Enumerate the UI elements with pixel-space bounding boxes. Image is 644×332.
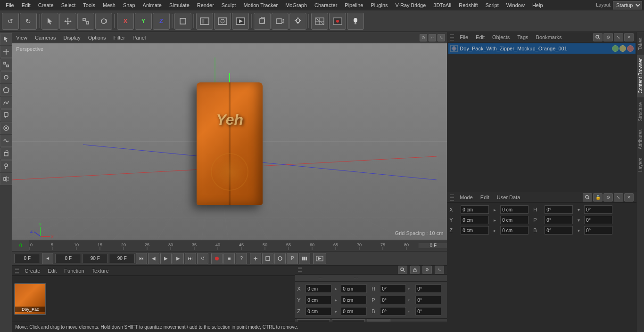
move-tool-button[interactable] [0, 46, 12, 58]
viewport-corner-btn-1[interactable]: ⊙ [420, 34, 427, 41]
tab-structure[interactable]: Structure [637, 98, 644, 125]
object-type-button[interactable] [174, 13, 191, 30]
polygon-tool-button[interactable] [0, 84, 12, 96]
material-function-btn[interactable]: Function [62, 267, 86, 274]
menu-render[interactable]: Render [193, 1, 218, 9]
rotate-mode-button[interactable] [95, 13, 112, 30]
deform-tool-button[interactable] [0, 135, 12, 147]
object-row-doypack[interactable]: Doy_Pack_With_Zipper_Mockup_Orange_001 [448, 43, 636, 54]
coord-z-rot[interactable] [341, 307, 367, 316]
playback-tool-4[interactable]: P [287, 253, 298, 264]
mirror-tool-button[interactable] [0, 173, 12, 185]
material-edit-btn[interactable]: Edit [46, 267, 58, 274]
redo-button[interactable]: ↻ [20, 13, 37, 30]
attributes-edit-btn[interactable]: Edit [479, 194, 491, 201]
select-tool-button[interactable] [0, 33, 12, 45]
attributes-close-btn[interactable]: ✕ [624, 193, 634, 202]
objects-content[interactable]: Doy_Pack_With_Zipper_Mockup_Orange_001 [447, 42, 636, 192]
viewport-canvas[interactable]: X Y Z Yeh [12, 43, 447, 240]
render-region-button[interactable] [196, 13, 213, 30]
menu-file[interactable]: File [2, 1, 18, 9]
move-mode-button[interactable] [59, 13, 76, 30]
attr-p-val2-field[interactable] [584, 216, 612, 224]
playback-rewind-button[interactable]: ⏮ [136, 253, 147, 264]
material-texture-btn[interactable]: Texture [90, 267, 111, 274]
coord-p-val[interactable] [380, 296, 406, 304]
coord-h-val[interactable] [380, 284, 406, 293]
coord-lock-btn[interactable] [410, 266, 420, 274]
attr-b-field[interactable] [545, 226, 573, 235]
menu-mesh[interactable]: Mesh [99, 1, 119, 9]
render-button[interactable] [232, 13, 249, 30]
playback-current-field[interactable] [55, 254, 81, 263]
attributes-mode-btn[interactable]: Mode [458, 194, 475, 201]
attributes-search-btn[interactable] [583, 193, 592, 202]
attr-y-pos-field[interactable] [461, 216, 489, 224]
coord-x-pos[interactable] [305, 284, 331, 293]
playback-tool-2[interactable] [262, 253, 273, 264]
timeline-ruler-area[interactable]: 0 5 10 15 20 25 30 35 [29, 240, 419, 251]
scale-tool-button[interactable] [0, 58, 12, 71]
attributes-userdata-btn[interactable]: User Data [495, 194, 522, 201]
viewport-panel-menu[interactable]: Panel [131, 34, 148, 41]
menu-snap[interactable]: Snap [119, 1, 139, 9]
coord-p-val2[interactable] [415, 296, 441, 304]
view-cube-button[interactable] [254, 13, 271, 30]
menu-tools[interactable]: Tools [79, 1, 99, 9]
menu-3dtoall[interactable]: 3DToAll [429, 1, 455, 9]
playback-play-button[interactable]: ▶ [160, 253, 172, 264]
menu-sculpt[interactable]: Sculpt [218, 1, 240, 9]
coord-x-rot[interactable] [341, 284, 367, 293]
object-vis-green[interactable] [612, 45, 619, 52]
playback-next-frame-button[interactable]: ▶ [173, 253, 184, 264]
object-vis-red[interactable] [627, 45, 634, 52]
camera-record-button[interactable] [329, 13, 346, 30]
snap-tool-button[interactable] [0, 122, 12, 134]
tab-takes[interactable]: Takes [637, 34, 644, 54]
attr-p-field[interactable] [545, 216, 573, 224]
coord-y-pos[interactable] [305, 296, 331, 304]
extrude-tool-button[interactable] [0, 147, 12, 160]
viewport-display-menu[interactable]: Display [62, 34, 83, 41]
scale-mode-button[interactable] [77, 13, 94, 30]
playback-anim-mode[interactable] [313, 253, 326, 264]
menu-animate[interactable]: Animate [139, 1, 165, 9]
coord-b-val2[interactable] [415, 307, 441, 316]
playback-record-button[interactable] [211, 253, 223, 264]
brush-tool-button[interactable] [0, 160, 12, 172]
coord-h-val2[interactable] [415, 284, 441, 293]
playback-stop-button[interactable]: ■ [223, 253, 235, 264]
y-axis-button[interactable]: Y [135, 13, 152, 30]
material-create-btn[interactable]: Create [23, 267, 42, 274]
attr-z-pos-field[interactable] [461, 226, 489, 235]
menu-create[interactable]: Create [34, 1, 58, 9]
menu-redshift[interactable]: Redshift [455, 1, 481, 9]
attr-h-val2-field[interactable] [584, 205, 612, 214]
playback-max-field[interactable] [109, 254, 135, 263]
objects-objects-btn[interactable]: Objects [490, 34, 512, 40]
tab-attributes[interactable]: Attributes [637, 126, 644, 153]
coord-settings-btn[interactable]: ⚙ [422, 266, 432, 274]
objects-close-btn[interactable]: ✕ [624, 33, 634, 41]
timeline-ruler[interactable]: 0 0 5 10 15 20 [12, 240, 447, 251]
playback-end-field[interactable] [82, 254, 108, 263]
material-thumbnail[interactable]: Doy_Pac [14, 283, 46, 315]
playback-tool-5[interactable] [299, 253, 310, 264]
menu-motion-tracker[interactable]: Motion Tracker [239, 1, 281, 9]
attr-x-pos-field[interactable] [461, 205, 489, 214]
playback-step-back-btn[interactable]: ◀ [42, 253, 53, 264]
objects-file-btn[interactable]: File [458, 34, 470, 40]
viewport-corner-btn-3[interactable]: ⤡ [438, 34, 445, 41]
viewport-filter-menu[interactable]: Filter [112, 34, 127, 41]
coord-expand-btn[interactable]: ⤡ [435, 266, 444, 274]
playback-start-field[interactable] [14, 254, 40, 263]
coord-search-btn[interactable] [398, 266, 407, 274]
camera-button[interactable] [272, 13, 289, 30]
tab-layers[interactable]: Layers [637, 154, 644, 176]
menu-character[interactable]: Character [311, 1, 341, 9]
playback-help-button[interactable]: ? [236, 253, 247, 264]
objects-settings-btn[interactable]: ⚙ [603, 33, 613, 41]
attributes-lock-btn[interactable]: 🔒 [593, 193, 603, 202]
viewport-options-menu[interactable]: Options [86, 34, 108, 41]
attr-y-val-field[interactable] [500, 216, 528, 224]
